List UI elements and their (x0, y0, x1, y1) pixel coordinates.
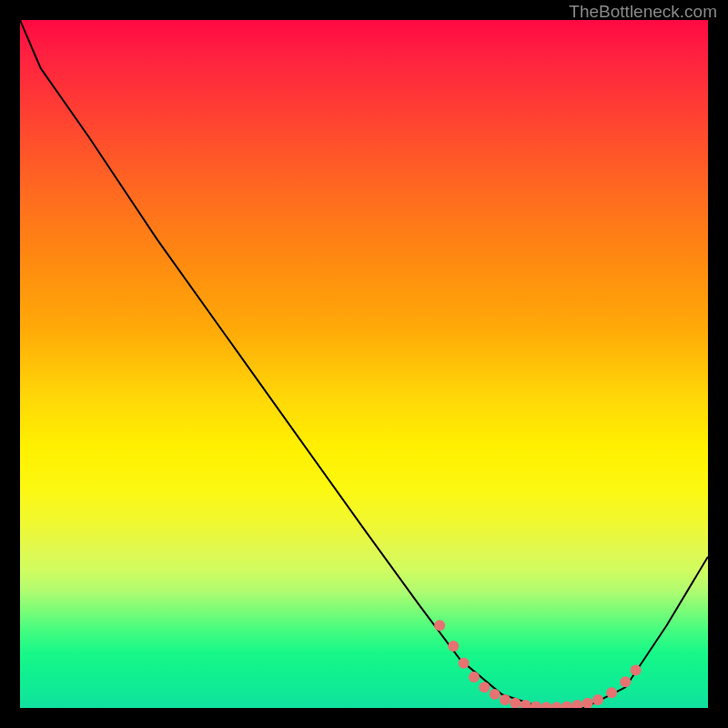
chart-marker (500, 694, 511, 705)
chart-marker (592, 694, 603, 705)
chart-marker (551, 702, 562, 708)
chart-marker (541, 702, 551, 708)
chart-marker (582, 698, 593, 708)
chart-plot-area (20, 20, 708, 708)
chart-marker (479, 682, 490, 693)
chart-curve (20, 20, 708, 708)
watermark-text: TheBottleneck.com (569, 2, 717, 22)
chart-marker (459, 658, 470, 669)
chart-marker (448, 641, 459, 652)
chart-marker (561, 701, 572, 708)
chart-marker (606, 687, 617, 698)
chart-marker (631, 664, 642, 675)
chart-marker (490, 689, 500, 700)
chart-marker (469, 672, 480, 682)
chart-marker (531, 701, 541, 708)
chart-marker (571, 700, 582, 708)
chart-svg (20, 20, 708, 708)
chart-marker (434, 620, 445, 631)
chart-marker (620, 676, 631, 687)
